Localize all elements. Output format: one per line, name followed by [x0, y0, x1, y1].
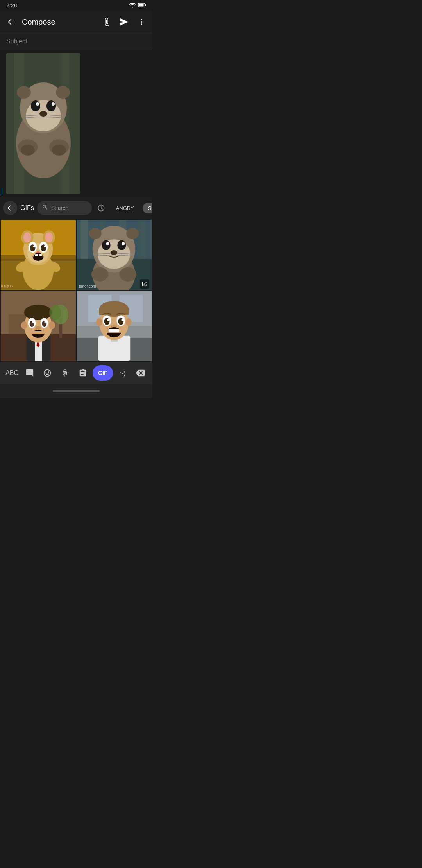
- svg-point-92: [21, 321, 27, 329]
- svg-point-10: [17, 86, 31, 99]
- subject-field[interactable]: Subject: [6, 38, 146, 45]
- svg-point-13: [31, 100, 40, 111]
- gif-item-otter[interactable]: tenor.com: [77, 220, 152, 290]
- svg-point-65: [106, 242, 109, 245]
- app-bar-title: Compose: [22, 18, 96, 27]
- svg-rect-46: [35, 254, 38, 256]
- svg-point-113: [121, 319, 123, 321]
- svg-point-63: [102, 240, 111, 250]
- svg-point-16: [52, 102, 55, 106]
- nav-handle: [53, 390, 100, 392]
- svg-rect-47: [39, 254, 42, 256]
- svg-point-11: [56, 86, 70, 99]
- gif-search-box[interactable]: Search: [37, 201, 92, 215]
- svg-rect-57: [138, 220, 146, 258]
- svg-point-61: [126, 228, 139, 239]
- svg-rect-91: [32, 331, 45, 334]
- keyboard-sticker-button[interactable]: [22, 365, 38, 381]
- svg-point-73: [119, 267, 136, 282]
- app-bar-actions: [99, 14, 149, 30]
- svg-point-88: [44, 321, 46, 323]
- svg-point-40: [33, 245, 36, 247]
- gif-label: GIF: [98, 370, 107, 376]
- gif-search-placeholder: Search: [51, 205, 68, 211]
- keyboard-bottom-bar: ABC GIF :-): [0, 362, 152, 384]
- keyboard-nav: [0, 384, 152, 398]
- keyboard-delete-button[interactable]: [132, 365, 148, 381]
- gif-back-button[interactable]: [3, 201, 17, 215]
- svg-point-112: [107, 319, 110, 321]
- status-icons: [129, 2, 146, 9]
- svg-point-17: [39, 111, 47, 117]
- compose-area: Subject: [0, 33, 152, 50]
- gif-item-pratt[interactable]: [77, 291, 152, 361]
- svg-point-118: [96, 318, 102, 326]
- send-button[interactable]: [116, 14, 132, 30]
- keyboard-abc-button[interactable]: ABC: [4, 365, 20, 381]
- svg-point-60: [89, 228, 102, 239]
- app-bar: Compose: [0, 11, 152, 33]
- svg-point-15: [36, 102, 39, 106]
- status-bar: 2:28: [0, 0, 152, 11]
- gif-tag-angry[interactable]: ANGRY: [111, 203, 139, 213]
- svg-point-122: [65, 372, 66, 373]
- gif-picker: GIFs Search ANGRY SURPRISED WHY: [0, 197, 152, 362]
- svg-rect-117: [109, 329, 119, 332]
- svg-rect-54: [80, 220, 88, 258]
- svg-point-64: [117, 240, 126, 250]
- gif-external-link-icon[interactable]: [140, 279, 149, 289]
- svg-point-24: [21, 145, 35, 156]
- svg-point-25: [52, 145, 66, 156]
- keyboard-gif-button[interactable]: GIF: [93, 365, 113, 381]
- attach-button[interactable]: [99, 14, 115, 30]
- keyboard-kaomoji-button[interactable]: :-): [115, 365, 131, 381]
- svg-point-93: [49, 321, 55, 329]
- wifi-icon: [129, 2, 136, 9]
- svg-point-33: [23, 232, 31, 242]
- kaomoji-label: :-): [120, 370, 125, 377]
- back-button[interactable]: [3, 14, 19, 30]
- compose-body[interactable]: [0, 50, 152, 197]
- svg-point-66: [122, 242, 125, 245]
- keyboard-ai-emoji-button[interactable]: [57, 365, 73, 381]
- more-button[interactable]: [134, 14, 149, 30]
- svg-point-67: [111, 250, 118, 255]
- keyboard-emoji-button[interactable]: [39, 365, 55, 381]
- gif-title: GIFs: [20, 204, 34, 212]
- svg-text:Bob Kiyos: Bob Kiyos: [1, 284, 13, 288]
- gif-toolbar: GIFs Search ANGRY SURPRISED WHY: [0, 197, 152, 219]
- gif-search-icon: [42, 204, 48, 212]
- svg-point-121: [64, 372, 65, 373]
- gif-clock-button[interactable]: [95, 202, 107, 214]
- gif-tag-surprised[interactable]: SURPRISED: [143, 203, 152, 213]
- gif-item-jerry[interactable]: Bob Kiyos: [1, 220, 76, 290]
- gif-grid: Bob Kiyos: [0, 219, 152, 362]
- svg-point-14: [46, 100, 56, 111]
- inserted-gif: [6, 53, 80, 194]
- text-cursor: [2, 188, 2, 195]
- svg-point-87: [32, 321, 34, 323]
- svg-point-89: [36, 326, 41, 330]
- svg-point-41: [44, 245, 46, 247]
- svg-rect-1: [145, 4, 146, 6]
- svg-rect-2: [139, 4, 144, 7]
- gif-item-bean[interactable]: [1, 291, 76, 361]
- keyboard-clipboard-button[interactable]: [75, 365, 91, 381]
- gif-attribution-otter: tenor.com: [79, 284, 96, 289]
- status-time: 2:28: [6, 2, 17, 9]
- svg-point-119: [125, 318, 132, 326]
- svg-point-72: [91, 267, 109, 282]
- svg-point-96: [49, 305, 61, 320]
- battery-icon: [138, 2, 146, 9]
- svg-point-34: [45, 232, 53, 242]
